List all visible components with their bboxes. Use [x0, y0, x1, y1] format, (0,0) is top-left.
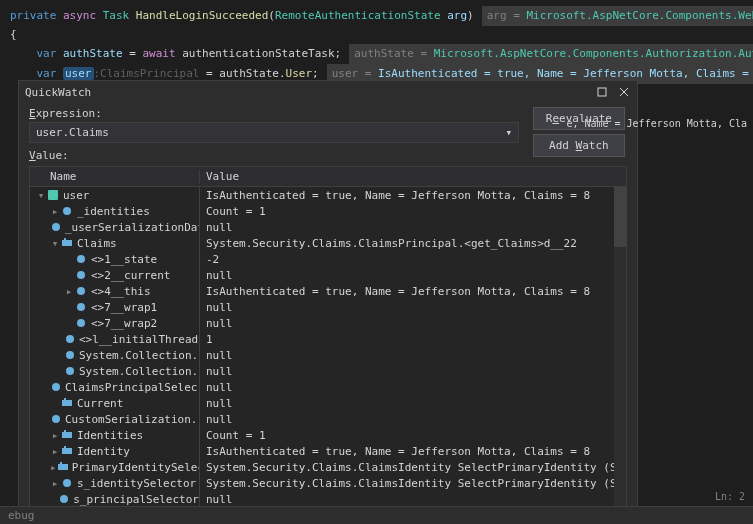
tree-row[interactable]: ▸IdentityIsAuthenticated = true, Name = …: [30, 443, 626, 459]
scrollbar[interactable]: [614, 187, 626, 507]
expression-input[interactable]: user.Claims ▾: [29, 122, 519, 143]
window-title: QuickWatch: [25, 86, 595, 99]
code-brace: {: [10, 26, 743, 44]
svg-point-8: [77, 255, 85, 263]
inline-hint: arg = Microsoft.AspNetCore.Components.We…: [482, 6, 753, 26]
svg-rect-6: [62, 240, 72, 246]
tree-row[interactable]: System.Collection...null: [30, 347, 626, 363]
code-line-2: var authState = await authenticationStat…: [10, 44, 743, 64]
svg-rect-18: [64, 398, 66, 400]
tree-row[interactable]: <>7__wrap1null: [30, 299, 626, 315]
node-name: _identities: [77, 205, 150, 218]
scroll-thumb[interactable]: [614, 187, 626, 247]
svg-point-14: [66, 351, 74, 359]
node-name: PrimaryIdentitySelect...: [72, 461, 200, 474]
node-name: <>2__current: [91, 269, 170, 282]
node-name: CustomSerialization...: [65, 413, 200, 426]
expander-icon[interactable]: ▸: [50, 477, 60, 490]
node-name: Claims: [77, 237, 117, 250]
type-icon: [74, 285, 88, 297]
tree-row[interactable]: ▸<>4__thisIsAuthenticated = true, Name =…: [30, 283, 626, 299]
node-value: null: [200, 397, 626, 410]
close-icon[interactable]: [617, 85, 631, 99]
node-value: null: [200, 413, 626, 426]
svg-point-13: [66, 335, 74, 343]
svg-point-5: [52, 223, 60, 231]
node-value: Count = 1: [200, 429, 626, 442]
type-icon: [64, 333, 76, 345]
type-icon: [74, 269, 88, 281]
tree-row[interactable]: ▸IdentitiesCount = 1: [30, 427, 626, 443]
type-icon: [60, 205, 74, 217]
svg-rect-22: [62, 448, 72, 454]
type-icon: [60, 429, 74, 441]
node-value: null: [200, 493, 626, 506]
node-value: null: [200, 269, 626, 282]
column-value[interactable]: Value: [200, 170, 626, 183]
tree-row[interactable]: ▸s_identitySelectorSystem.Security.Claim…: [30, 475, 626, 491]
node-value: 1: [200, 333, 626, 346]
svg-point-19: [52, 415, 60, 423]
expander-icon[interactable]: ▸: [50, 461, 57, 474]
svg-rect-7: [64, 238, 66, 240]
node-name: s_identitySelector: [77, 477, 196, 490]
expander-icon[interactable]: ▸: [64, 285, 74, 298]
tree-row[interactable]: <>1__state-2: [30, 251, 626, 267]
type-icon: [50, 381, 62, 393]
tree-row[interactable]: <>l__initialThreadId1: [30, 331, 626, 347]
node-name: System.Collection...: [79, 365, 200, 378]
tree-row[interactable]: ▾userIsAuthenticated = true, Name = Jeff…: [30, 187, 626, 203]
chevron-down-icon[interactable]: ▾: [505, 126, 512, 139]
expander-icon[interactable]: ▾: [36, 189, 46, 202]
type-icon: [60, 445, 74, 457]
node-value: null: [200, 301, 626, 314]
column-name[interactable]: Name: [30, 170, 200, 183]
maximize-icon[interactable]: [595, 85, 609, 99]
type-icon: [50, 413, 62, 425]
svg-rect-21: [64, 430, 66, 432]
type-icon: [74, 253, 88, 265]
node-name: System.Collection...: [79, 349, 200, 362]
expander-icon[interactable]: ▸: [50, 429, 60, 442]
expander-icon[interactable]: ▾: [50, 237, 60, 250]
type-icon: [74, 301, 88, 313]
node-value: Count = 1: [200, 205, 626, 218]
tree-row[interactable]: ▸_identitiesCount = 1: [30, 203, 626, 219]
node-value: null: [200, 349, 626, 362]
type-icon: [60, 237, 74, 249]
node-value: IsAuthenticated = true, Name = Jefferson…: [200, 285, 626, 298]
tree-row[interactable]: ▾ClaimsSystem.Security.Claims.ClaimsPrin…: [30, 235, 626, 251]
tree-row[interactable]: Currentnull: [30, 395, 626, 411]
node-name: ClaimsPrincipalSelec...: [65, 381, 200, 394]
node-name: s_principalSelector: [73, 493, 199, 506]
svg-point-10: [77, 287, 85, 295]
type-icon: [46, 189, 60, 201]
svg-point-15: [66, 367, 74, 375]
tree-row[interactable]: System.Collection...null: [30, 363, 626, 379]
quickwatch-window: QuickWatch Reevaluate Add Watch Expressi…: [18, 80, 638, 515]
svg-point-4: [63, 207, 71, 215]
expander-icon[interactable]: ▸: [50, 445, 60, 458]
expander-icon[interactable]: ▸: [50, 205, 60, 218]
tree-row[interactable]: <>2__currentnull: [30, 267, 626, 283]
background-text: e, Name = Jefferson Motta, Cla: [566, 118, 747, 129]
add-watch-button[interactable]: Add Watch: [533, 134, 625, 157]
node-name: <>7__wrap1: [91, 301, 157, 314]
type-icon: [58, 493, 70, 505]
type-icon: [57, 461, 69, 473]
tree-row[interactable]: ClaimsPrincipalSelec...null: [30, 379, 626, 395]
type-icon: [64, 349, 76, 361]
svg-point-11: [77, 303, 85, 311]
tree-row[interactable]: ▸PrimaryIdentitySelect...System.Security…: [30, 459, 626, 475]
node-value: null: [200, 381, 626, 394]
tree-row[interactable]: _userSerializationDatanull: [30, 219, 626, 235]
tree-row[interactable]: CustomSerialization...null: [30, 411, 626, 427]
node-value: System.Security.Claims.ClaimsIdentity Se…: [200, 461, 626, 474]
node-name: _userSerializationData: [65, 221, 200, 234]
node-name: <>7__wrap2: [91, 317, 157, 330]
tree-row[interactable]: s_principalSelectornull: [30, 491, 626, 507]
svg-rect-23: [64, 446, 66, 448]
node-value: System.Security.Claims.ClaimsPrincipal.<…: [200, 237, 626, 250]
svg-rect-3: [48, 190, 58, 200]
tree-row[interactable]: <>7__wrap2null: [30, 315, 626, 331]
